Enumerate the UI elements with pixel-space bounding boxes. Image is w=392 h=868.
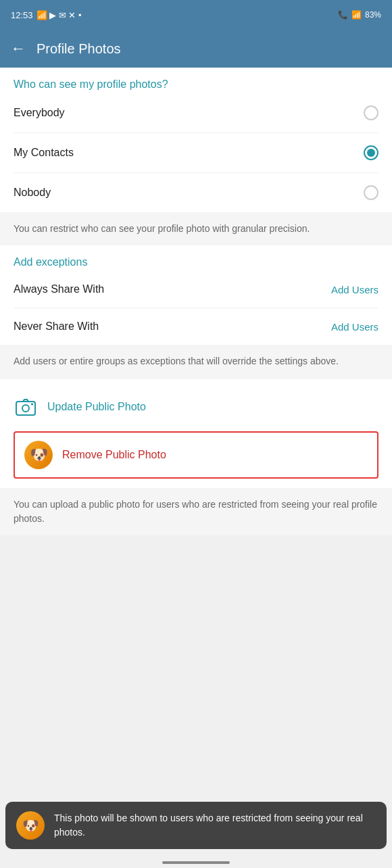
radio-nobody-circle [364,185,378,200]
always-share-row: Always Share With Add Users [14,271,378,308]
toast-avatar: 🐶 [16,811,45,840]
exceptions-info: Add users or entire groups as exceptions… [0,345,392,378]
public-photo-info: You can upload a public photo for users … [0,488,392,535]
always-share-label: Always Share With [14,283,104,295]
nav-bar: ← Profile Photos [0,30,392,68]
add-exceptions-title: Add exceptions [14,256,378,268]
who-can-see-info: You can restrict who can see your profil… [0,212,392,245]
back-button[interactable]: ← [11,40,26,57]
never-share-label: Never Share With [14,320,99,333]
camera-icon [14,395,38,419]
wifi-icon: 📶 [351,10,362,20]
status-right: 📞 📶 83% [338,10,381,20]
radio-everybody-label: Everybody [14,107,65,119]
radio-my-contacts-circle [364,145,378,160]
update-public-photo-btn[interactable]: Update Public Photo [14,385,378,429]
status-bar: 12:53 📶 ▶ ✉ ✕ • 📞 📶 83% [0,0,392,30]
toast-text: This photo will be shown to users who ar… [54,811,376,840]
update-public-photo-label: Update Public Photo [47,401,146,413]
radio-everybody-circle [364,105,378,120]
avatar: 🐶 [24,441,53,469]
radio-nobody-label: Nobody [14,187,51,199]
radio-my-contacts-label: My Contacts [14,147,74,159]
status-left: 12:53 📶 ▶ ✉ ✕ • [11,10,82,20]
exceptions-section: Add exceptions Always Share With Add Use… [0,245,392,345]
battery-text: 83% [365,10,381,20]
radio-everybody[interactable]: Everybody [14,93,378,133]
toast-notification: 🐶 This photo will be shown to users who … [5,802,387,849]
remove-public-photo-label: Remove Public Photo [62,449,166,461]
public-photo-section: Update Public Photo 🐶 Remove Public Phot… [0,379,392,488]
svg-point-1 [22,405,29,412]
who-can-see-title: Who can see my profile photos? [14,78,378,91]
signal-icons: 📶 ▶ ✉ ✕ • [36,10,82,20]
remove-public-photo-btn[interactable]: 🐶 Remove Public Photo [14,431,378,479]
home-indicator [162,861,230,864]
who-can-see-section: Who can see my profile photos? Everybody… [0,68,392,212]
radio-nobody[interactable]: Nobody [14,173,378,212]
radio-my-contacts[interactable]: My Contacts [14,133,378,173]
bottom-area [0,535,392,671]
phone-icon: 📞 [338,10,348,20]
page-title: Profile Photos [36,41,121,57]
never-share-row: Never Share With Add Users [14,308,378,345]
time: 12:53 [11,10,33,20]
always-share-add-users-btn[interactable]: Add Users [331,284,378,295]
never-share-add-users-btn[interactable]: Add Users [331,321,378,333]
